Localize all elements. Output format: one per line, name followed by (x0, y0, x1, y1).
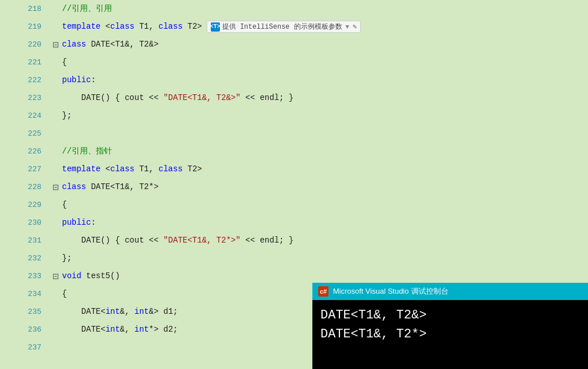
token-plain: < (100, 18, 110, 36)
debug-output-line-1: DATE<T1&, T2&> (320, 306, 580, 325)
code-line: 224}; (0, 107, 588, 125)
line-content: { (60, 53, 67, 71)
line-number: 235 (0, 308, 52, 316)
token-comment: //引用、指针 (62, 143, 112, 160)
line-number: 219 (0, 22, 52, 31)
token-comment: //引用、引用 (62, 0, 112, 18)
token-plain: test5() (82, 267, 120, 285)
line-content: public: (60, 71, 96, 89)
token-plain: << endl; } (241, 232, 293, 249)
line-number: 224 (0, 112, 52, 120)
token-plain: << endl; } (241, 89, 293, 107)
line-number: 227 (0, 165, 52, 174)
code-line: 225 (0, 125, 588, 143)
token-kw: template (62, 160, 100, 178)
line-number: 225 (0, 129, 52, 138)
token-plain: T1, (134, 18, 158, 36)
line-number: 223 (0, 94, 52, 102)
line-content: void test5() (60, 267, 120, 285)
token-plain: { (62, 196, 67, 214)
line-content: //引用、指针 (60, 143, 112, 160)
line-content: }; (60, 249, 72, 267)
token-plain: T1, (134, 160, 158, 178)
line-number: 221 (0, 58, 52, 67)
token-plain: DATE<T1&, T2&> (86, 36, 158, 53)
line-number: 236 (0, 325, 52, 334)
line-content: DATE() { cout << "DATE<T1&, T2*>" << end… (60, 232, 293, 249)
code-line: 221{ (0, 53, 588, 71)
intellisense-edit-icon[interactable]: ✎ (353, 22, 357, 31)
line-content: DATE() { cout << "DATE<T1&, T2&>" << end… (60, 89, 293, 107)
code-line: 223 DATE() { cout << "DATE<T1&, T2&>" <<… (0, 89, 588, 107)
token-plain: DATE() { cout << (62, 89, 163, 107)
token-kw: int (134, 303, 149, 321)
token-plain: : (91, 71, 95, 89)
line-number: 222 (0, 76, 52, 84)
line-number: 231 (0, 236, 52, 245)
token-plain: &> d1; (149, 303, 177, 321)
code-line: 219template <class T1, class T2><T>提供 In… (0, 18, 588, 36)
line-content: public: (60, 214, 96, 232)
intellisense-icon: <T> (211, 22, 220, 32)
line-content: { (60, 285, 67, 303)
token-plain: { (62, 285, 67, 303)
debug-console-title: Microsoft Visual Studio 调试控制台 (333, 286, 448, 297)
token-plain: { (62, 53, 67, 71)
token-plain: T2> (183, 18, 202, 36)
code-line: 222public: (0, 71, 588, 89)
debug-console[interactable]: c# Microsoft Visual Studio 调试控制台 DATE<T1… (312, 283, 588, 369)
line-number: 230 (0, 218, 52, 227)
line-number: 234 (0, 290, 52, 298)
token-plain: *> d2; (149, 321, 177, 339)
fold-icon[interactable] (52, 274, 60, 279)
token-kw: class (110, 160, 134, 178)
line-content: class DATE<T1&, T2*> (60, 178, 158, 196)
line-content: DATE<int&, int&> d1; (60, 303, 178, 321)
line-number: 229 (0, 201, 52, 209)
code-line: 228class DATE<T1&, T2*> (0, 178, 588, 196)
token-plain: DATE< (62, 321, 106, 339)
token-kw: int (134, 321, 149, 339)
token-string: "DATE<T1&, T2&>" (163, 89, 240, 107)
token-plain: < (100, 160, 110, 178)
code-line: 226//引用、指针 (0, 143, 588, 160)
token-kw: public (62, 71, 91, 89)
token-plain: : (91, 214, 95, 232)
line-number: 228 (0, 183, 52, 191)
code-line: 218//引用、引用 (0, 0, 588, 18)
line-number: 226 (0, 147, 52, 156)
line-number: 232 (0, 254, 52, 263)
code-line: 220class DATE<T1&, T2&> (0, 36, 588, 53)
token-kw: class (62, 178, 86, 196)
code-line: 232}; (0, 249, 588, 267)
token-kw: class (158, 160, 183, 178)
token-plain: DATE<T1&, T2*> (86, 178, 158, 196)
token-plain: }; (62, 107, 72, 125)
token-kw: class (158, 18, 183, 36)
debug-console-body: DATE<T1&, T2&> DATE<T1&, T2*> (312, 300, 588, 349)
line-content: template <class T1, class T2> (60, 18, 202, 36)
token-kw: class (62, 36, 86, 53)
fold-icon[interactable] (52, 42, 60, 48)
code-line: 229{ (0, 196, 588, 214)
code-line: 227template <class T1, class T2> (0, 160, 588, 178)
intellisense-tooltip[interactable]: <T>提供 IntelliSense 的示例模板参数▼✎ (207, 21, 361, 33)
token-string: "DATE<T1&, T2*>" (163, 232, 240, 249)
token-plain: DATE< (62, 303, 106, 321)
line-content: class DATE<T1&, T2&> (60, 36, 158, 53)
line-number: 218 (0, 5, 52, 13)
token-kw: int (106, 321, 120, 339)
token-plain: T2> (183, 160, 202, 178)
debug-console-header: c# Microsoft Visual Studio 调试控制台 (312, 283, 588, 300)
line-content: { (60, 196, 67, 214)
fold-icon[interactable] (52, 184, 60, 190)
intellisense-arrow[interactable]: ▼ (346, 24, 350, 30)
code-line: 231 DATE() { cout << "DATE<T1&, T2*>" <<… (0, 232, 588, 249)
token-plain: &, (120, 303, 134, 321)
line-content: DATE<int&, int*> d2; (60, 321, 178, 339)
debug-output-line-2: DATE<T1&, T2*> (320, 325, 580, 344)
token-plain: &, (120, 321, 134, 339)
line-number: 233 (0, 272, 52, 280)
line-number: 237 (0, 343, 52, 352)
debug-icon: c# (318, 286, 328, 297)
